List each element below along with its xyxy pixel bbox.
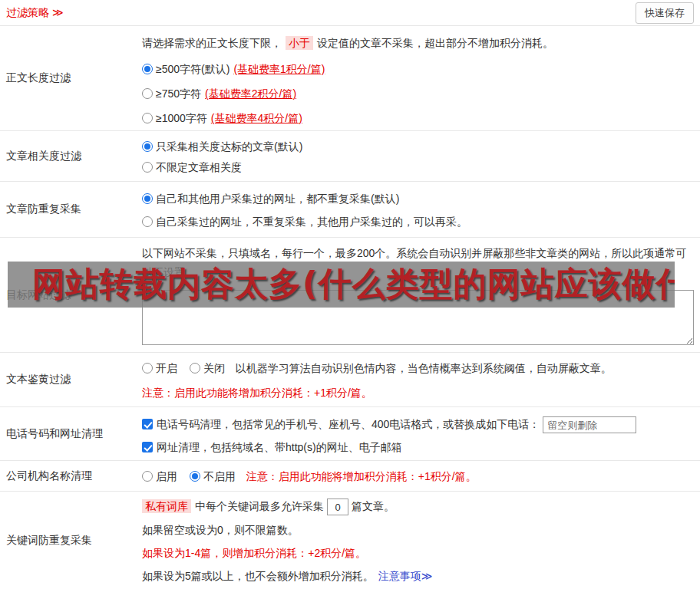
less-than-chip: 小于: [286, 36, 313, 50]
fee-rate-link-1[interactable]: (基础费率1积分/篇): [233, 63, 325, 75]
option-label: 不限定文章相关度: [156, 161, 242, 173]
row-target-site-filter: 目标网站过滤 以下网站不采集，只填域名，每行一个，最多200个。系统会自动识别并…: [0, 238, 700, 353]
target-site-label: 目标网站过滤: [0, 238, 142, 352]
radio-1000-chars[interactable]: [142, 113, 153, 123]
private-thesaurus-chip[interactable]: 私有词库: [142, 499, 191, 513]
radio-porn-off[interactable]: [190, 363, 200, 373]
option-label: 电话号码清理，包括常见的手机号、座机号、400电话格式，或替换成如下电话：: [157, 418, 540, 430]
keyword-limit-line: 私有词库中每个关键词最多允许采集篇文章。: [142, 498, 694, 515]
keyword-dedup-label: 关键词防重复采集: [0, 492, 142, 589]
radio-porn-on[interactable]: [142, 363, 153, 373]
radio-dedup-all-users[interactable]: [142, 193, 153, 204]
option-label: 关闭: [203, 362, 225, 374]
option-label: 不启用: [203, 470, 236, 482]
length-option-750: ≥750字符(基础费率2积分/篇): [142, 86, 694, 101]
url-clean-option: 网址清理，包括纯域名、带http(s)的网址、电子邮箱: [142, 438, 694, 456]
row-relevance-filter: 文章相关度过滤 只采集相关度达标的文章(默认) 不限定文章相关度: [0, 131, 700, 182]
option-label: ≥500字符(默认): [156, 63, 229, 75]
option-label: 自己采集过的网址，不重复采集，其他用户采集过的，可以再采。: [156, 216, 467, 228]
dedup-option-self-only: 自己采集过的网址，不重复采集，其他用户采集过的，可以再采。: [142, 214, 694, 229]
keyword-note-1: 如果留空或设为0，则不限篇数。: [142, 522, 694, 538]
option-label: ≥750字符: [156, 87, 201, 100]
length-option-500: ≥500字符(默认)(基础费率1积分/篇): [142, 61, 694, 77]
relevance-option-strict: 只采集相关度达标的文章(默认): [142, 139, 694, 154]
option-label: 网址清理，包括纯域名、带http(s)的网址、电子邮箱: [157, 441, 402, 453]
option-label: 自己和其他用户采集过的网址，都不重复采集(默认): [156, 192, 399, 205]
row-content-length-filter: 正文长度过滤 请选择需求的正文长度下限，小于设定值的文章不采集，超出部分不增加积…: [0, 26, 700, 131]
content-length-desc: 请选择需求的正文长度下限，小于设定值的文章不采集，超出部分不增加积分消耗。: [142, 35, 694, 51]
row-phone-url-clean: 电话号码和网址清理 电话号码清理，包括常见的手机号、座机号、400电话格式，或替…: [0, 407, 700, 461]
quick-save-button[interactable]: 快速保存: [636, 2, 694, 24]
phone-url-label: 电话号码和网址清理: [0, 407, 142, 460]
checkbox-phone-clean[interactable]: [142, 419, 153, 429]
option-label: 启用: [156, 470, 177, 482]
limit-text: 中每个关键词最多允许采集: [195, 500, 324, 512]
row-keyword-dedup: 关键词防重复采集 私有词库中每个关键词最多允许采集篇文章。 如果留空或设为0，则…: [0, 492, 700, 589]
row-porn-filter: 文本鉴黄过滤 开启 关闭 以机器学习算法自动识别色情内容，当色情概率达到系统阈值…: [0, 353, 700, 407]
row-dedup-collection: 文章防重复采集 自己和其他用户采集过的网址，都不重复采集(默认) 自己采集过的网…: [0, 182, 700, 238]
option-label: 开启: [156, 362, 177, 374]
dedup-label: 文章防重复采集: [0, 182, 142, 237]
limit-text-post: 篇文章。: [352, 500, 395, 512]
desc-pre: 请选择需求的正文长度下限，: [142, 37, 282, 49]
checkbox-url-clean[interactable]: [142, 442, 153, 452]
filter-strategy-page: 过滤策略 ≫ 快速保存 正文长度过滤 请选择需求的正文长度下限，小于设定值的文章…: [0, 0, 700, 589]
company-clean-label: 公司机构名称清理: [0, 461, 142, 491]
note-text: 如果设为5篇或以上，也不会额外增加积分消耗。: [142, 570, 374, 582]
porn-filter-label: 文本鉴黄过滤: [0, 353, 142, 406]
keyword-limit-input[interactable]: [327, 499, 348, 515]
keyword-note-2: 如果设为1-4篇，则增加积分消耗：+2积分/篇。: [142, 545, 694, 561]
option-label: ≥1000字符: [156, 112, 207, 124]
top-bar: 过滤策略 ≫ 快速保存: [0, 0, 700, 26]
company-clean-note: 注意：启用此功能将增加积分消耗：+1积分/篇。: [246, 470, 477, 482]
radio-company-off[interactable]: [190, 471, 200, 482]
page-title-toggle[interactable]: 过滤策略 ≫: [6, 6, 64, 20]
content-length-label: 正文长度过滤: [0, 26, 142, 130]
desc-post: 设定值的文章不采集，超出部分不增加积分消耗。: [317, 37, 553, 49]
notice-link[interactable]: 注意事项≫: [378, 570, 433, 582]
keyword-note-3: 如果设为5篇或以上，也不会额外增加积分消耗。注意事项≫: [142, 568, 694, 584]
option-label: 只采集相关度达标的文章(默认): [156, 140, 302, 153]
length-option-1000: ≥1000字符(基础费率4积分/篇): [142, 110, 694, 126]
company-clean-options: 启用 不启用 注意：启用此功能将增加积分消耗：+1积分/篇。: [142, 469, 694, 484]
radio-500-chars[interactable]: [142, 64, 153, 74]
phone-clean-option: 电话号码清理，包括常见的手机号、座机号、400电话格式，或替换成如下电话：: [142, 415, 694, 433]
porn-filter-note: 注意：启用此功能将增加积分消耗：+1积分/篇。: [142, 385, 694, 400]
porn-filter-options: 开启 关闭 以机器学习算法自动识别色情内容，当色情概率达到系统阈值，自动屏蔽文章…: [142, 360, 694, 376]
radio-relevance-any[interactable]: [142, 162, 153, 173]
radio-dedup-self-only[interactable]: [142, 216, 153, 227]
blocked-sites-textarea[interactable]: [142, 290, 694, 345]
radio-750-chars[interactable]: [142, 88, 153, 99]
radio-relevance-strict[interactable]: [142, 141, 153, 152]
fee-rate-link-2[interactable]: (基础费率2积分/篇): [205, 87, 296, 100]
relevance-label: 文章相关度过滤: [0, 131, 142, 181]
dedup-option-all-users: 自己和其他用户采集过的网址，都不重复采集(默认): [142, 191, 694, 206]
relevance-option-any: 不限定文章相关度: [142, 160, 694, 175]
radio-company-on[interactable]: [142, 471, 153, 482]
target-site-desc: 以下网站不采集，只填域名，每行一个，最多200个。系统会自动识别并屏蔽那些非文章…: [142, 244, 694, 282]
porn-filter-desc: 以机器学习算法自动识别色情内容，当色情概率达到系统阈值，自动屏蔽文章。: [236, 362, 612, 374]
row-company-clean: 公司机构名称清理 启用 不启用 注意：启用此功能将增加积分消耗：+1积分/篇。: [0, 461, 700, 492]
replacement-phone-input[interactable]: [543, 416, 636, 433]
fee-rate-link-3[interactable]: (基础费率4积分/篇): [211, 112, 302, 124]
